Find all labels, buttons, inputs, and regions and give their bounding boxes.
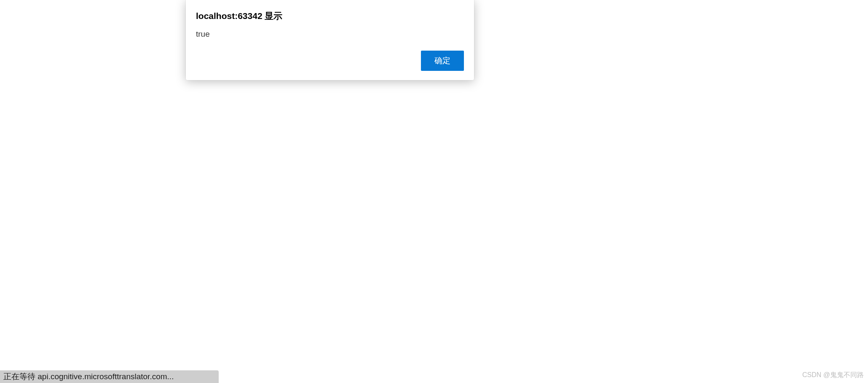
dialog-title: localhost:63342 显示	[196, 10, 464, 22]
watermark: CSDN @鬼鬼不同路	[802, 371, 864, 380]
dialog-button-row: 确定	[196, 51, 464, 71]
status-text: 正在等待 api.cognitive.microsofttranslator.c…	[3, 371, 174, 382]
status-bar: 正在等待 api.cognitive.microsofttranslator.c…	[0, 370, 219, 383]
dialog-message: true	[196, 30, 464, 39]
ok-button[interactable]: 确定	[421, 51, 464, 71]
alert-dialog: localhost:63342 显示 true 确定	[186, 0, 474, 80]
